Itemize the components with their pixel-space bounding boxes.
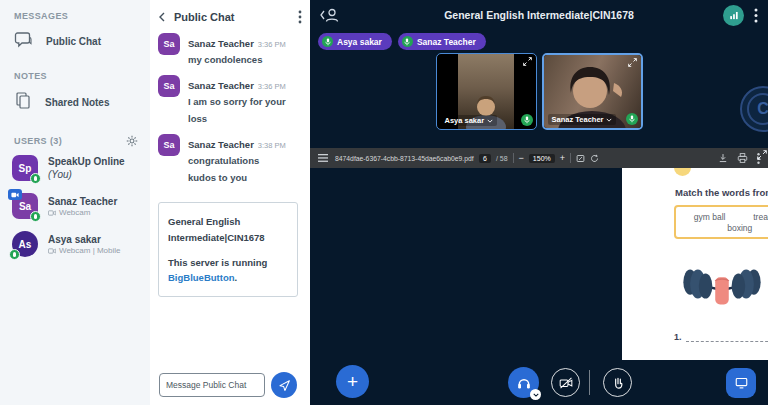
sidebar-item-shared-notes[interactable]: Shared Notes (0, 83, 150, 121)
top-bar: General English Intermediate|CIN1678 (310, 0, 768, 30)
user-row-sanaz-teacher[interactable]: Sa Sanaz Teacher Webcam (0, 187, 150, 225)
user-row-asya-sakar[interactable]: As Asya sakar Webcam | Mobile (0, 225, 150, 263)
webcam-area: Asya sakar Sanaz Teacher (310, 53, 768, 130)
fit-page-icon[interactable] (576, 154, 585, 163)
pdf-zoom-level: 150% (529, 154, 555, 163)
presentation-slide[interactable]: Match the words from the box to the pict… (622, 168, 768, 360)
connection-status-button[interactable] (723, 5, 744, 26)
status-badge (30, 211, 41, 222)
webcam-toggle-button[interactable] (551, 368, 580, 397)
dumbbell-image (678, 258, 766, 316)
welcome-title-line1: General English (168, 214, 288, 229)
user-name: SpeakUp Online (48, 156, 125, 167)
webcam-tile-sanaz[interactable]: Sanaz Teacher (542, 53, 643, 130)
pdf-menu-icon[interactable] (318, 154, 328, 162)
chevron-down-icon (606, 118, 612, 122)
message-text: kudos to you (188, 169, 286, 186)
mic-icon (322, 36, 333, 47)
shared-notes-label: Shared Notes (45, 97, 109, 108)
paper-plane-icon (278, 379, 291, 392)
bigbluebutton-link[interactable]: BigBlueButton (168, 272, 235, 283)
chat-message: Sa Sanaz Teacher3:38 PM congratulations … (150, 129, 310, 188)
webcam-overlay-icon (8, 189, 22, 200)
toggle-userlist-button[interactable] (320, 7, 342, 23)
signal-bars-icon (728, 9, 740, 21)
talker-pill-sanaz[interactable]: Sanaz Teacher (398, 33, 486, 50)
message-time: 3:36 PM (258, 40, 286, 49)
message-text: I am so sorry for your loss (188, 93, 302, 127)
user-name: Asya sakar (48, 233, 121, 246)
talker-name: Asya sakar (337, 37, 382, 47)
fullscreen-icon[interactable] (523, 57, 532, 66)
user-row-speakup-online[interactable]: Sp SpeakUp Online (You) (0, 149, 150, 187)
presentation-fullscreen-icon[interactable] (757, 150, 767, 160)
message-time: 3:36 PM (258, 82, 286, 91)
message-time: 3:38 PM (258, 141, 286, 150)
user-sub-label: Webcam | Mobile (48, 246, 121, 255)
sidebar-item-public-chat[interactable]: Public Chat (0, 23, 150, 60)
webcam-tile-asya[interactable]: Asya sakar (436, 53, 537, 130)
zoom-in-button[interactable]: + (560, 154, 565, 163)
webcam-user-label[interactable]: Asya sakar (441, 115, 498, 126)
actions-plus-button[interactable]: + (336, 365, 369, 398)
fullscreen-icon[interactable] (628, 58, 637, 67)
worksheet-pictures (622, 254, 768, 330)
pdf-toolbar: 8474dfae-6367-4cbb-8713-45dae6cab0e9.pdf… (310, 148, 768, 168)
chat-message: Sa Sanaz Teacher3:36 PM my condolences (150, 28, 310, 70)
print-icon[interactable] (737, 153, 748, 163)
sidebar: MESSAGES Public Chat NOTES Shared Notes … (0, 0, 150, 405)
answer-line (686, 334, 768, 342)
camera-off-icon (558, 376, 574, 390)
chevron-down-icon (533, 393, 539, 397)
meeting-title: General English Intermediate|CIN1678 (444, 9, 634, 21)
shared-notes-icon (14, 91, 32, 113)
zoom-out-button[interactable]: − (519, 154, 524, 163)
settings-gear-icon[interactable] (126, 135, 138, 147)
word-box: gym ball treadmill junk food kettlebell … (674, 205, 768, 239)
messages-section-label: MESSAGES (14, 11, 136, 21)
talker-pill-asya[interactable]: Asya sakar (318, 33, 392, 50)
chat-panel-title: Public Chat (174, 11, 290, 23)
chat-message: Sa Sanaz Teacher3:36 PM I am so sorry fo… (150, 70, 310, 129)
public-chat-panel: Public Chat Sa Sanaz Teacher3:36 PM my c… (150, 0, 310, 405)
download-icon[interactable] (718, 153, 728, 163)
user-sub-label: Webcam (48, 208, 117, 217)
server-text-suffix: . (235, 272, 238, 283)
audio-join-button[interactable] (508, 367, 539, 398)
mic-on-badge (521, 114, 533, 126)
options-menu-icon[interactable] (754, 8, 758, 23)
chat-back-button[interactable] (158, 12, 166, 22)
talker-indicators: Asya sakar Sanaz Teacher (318, 33, 486, 50)
meeting-welcome-card: General English Intermediate|CIN1678 Thi… (158, 202, 298, 297)
action-bar: + (310, 360, 768, 405)
pdf-filename: 8474dfae-6367-4cbb-8713-45dae6cab0e9.pdf (335, 155, 474, 162)
word-item: treadmill (753, 212, 768, 222)
pdf-page-input[interactable]: 6 (479, 154, 491, 163)
restore-presentation-button[interactable] (726, 368, 756, 398)
avatar: Sa (158, 75, 180, 97)
monitor-icon (734, 376, 749, 390)
chat-message-input[interactable] (159, 373, 265, 397)
raise-hand-button[interactable] (603, 368, 632, 397)
exercise-number-badge (674, 168, 691, 176)
main-stage: General English Intermediate|CIN1678 Asy… (310, 0, 768, 405)
audio-options-badge[interactable] (530, 389, 541, 400)
rotate-icon[interactable] (590, 154, 599, 163)
avatar: As (12, 231, 38, 257)
chevron-down-icon (487, 119, 493, 123)
word-item: gym ball (694, 212, 726, 222)
mic-on-badge (626, 113, 638, 125)
avatar: Sp (12, 155, 38, 181)
public-chat-label: Public Chat (46, 36, 101, 47)
server-text: This server is running (168, 257, 267, 268)
message-sender: Sanaz Teacher (188, 38, 254, 49)
users-section-label: USERS (3) (14, 136, 62, 146)
avatar: Sa (158, 33, 180, 55)
message-text: congratulations (188, 152, 286, 169)
answer-blanks: 1. 2. 3. (674, 332, 768, 342)
action-bar-divider (589, 370, 590, 395)
user-you-suffix: (You) (48, 169, 72, 180)
send-message-button[interactable] (271, 372, 297, 398)
chat-options-icon[interactable] (298, 10, 302, 24)
webcam-user-label[interactable]: Sanaz Teacher (548, 114, 617, 125)
